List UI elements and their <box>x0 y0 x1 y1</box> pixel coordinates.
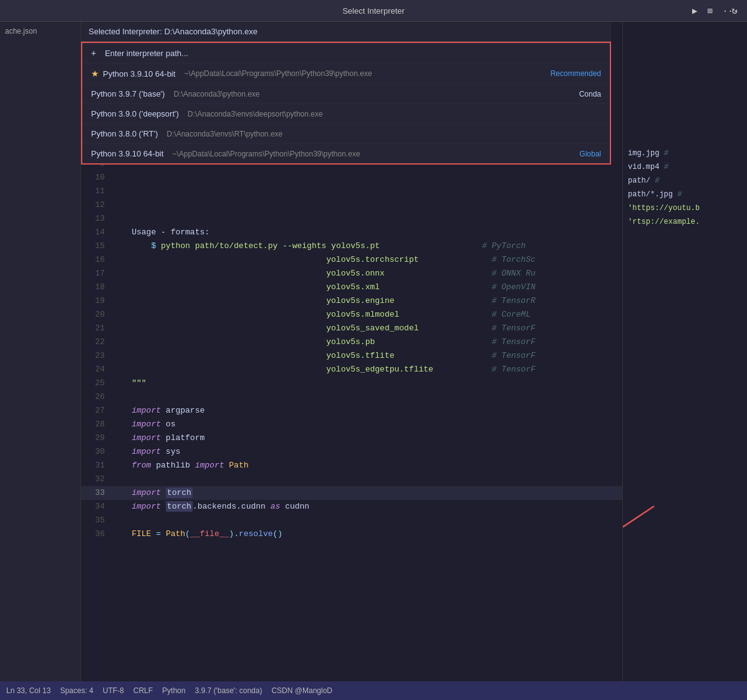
right-code-panel: img.jpg # vid.mp4 # path/ # path/*.jpg #… <box>622 22 747 681</box>
code-line-30: 30 import sys <box>81 445 622 459</box>
code-line-19: 19 yolov5s.engine # TensorR <box>81 294 622 308</box>
selected-interpreter-text: Selected Interpreter: D:\Anaconda3\pytho… <box>89 27 258 36</box>
code-line-16: 16 yolov5s.torchscript # TorchSc <box>81 253 622 267</box>
code-line-32: 32 <box>81 472 622 486</box>
right-code-5: 'rtsp://example. <box>623 215 747 229</box>
sidebar-item-cache[interactable]: ache.json <box>0 25 80 37</box>
code-line-20: 20 yolov5s.mlmodel # CoreML <box>81 308 622 322</box>
status-bar: Ln 33, Col 13 Spaces: 4 UTF-8 CRLF Pytho… <box>0 681 747 700</box>
arrow-svg <box>622 503 679 540</box>
status-line-ending[interactable]: CRLF <box>133 686 153 695</box>
right-code-0: img.jpg # <box>623 146 747 160</box>
code-line-17: 17 yolov5s.onnx # ONNX Ru <box>81 267 622 280</box>
code-line-23: 23 yolov5s.tflite # TensorF <box>81 349 622 363</box>
interp-left-0: ★ Python 3.9.10 64-bit ~\AppData\Local\P… <box>91 69 372 79</box>
code-line-34: 34 import torch.backends.cudnn as cudnn <box>81 500 622 514</box>
interp-name-0: Python 3.9.10 64-bit <box>103 69 175 79</box>
interpreter-list: + Enter interpreter path... ★ Python 3.9… <box>81 42 611 165</box>
code-line-26: 26 <box>81 390 622 404</box>
interpreter-overlay: Selected Interpreter: D:\Anaconda3\pytho… <box>81 22 611 165</box>
dialog-title: Select Interpreter <box>342 6 405 16</box>
add-interpreter-path-item[interactable]: + Enter interpreter path... <box>82 43 610 64</box>
code-line-22: 22 yolov5s.pb # TensorF <box>81 335 622 349</box>
run-button[interactable]: ▶ <box>690 3 700 19</box>
code-line-15: 15 $ python path/to/detect.py --weights … <box>81 239 622 253</box>
right-code-3: path/*.jpg # <box>623 188 747 201</box>
code-line-28: 28 import os <box>81 418 622 431</box>
status-spaces[interactable]: Spaces: 4 <box>60 686 93 695</box>
code-line-12: 12 <box>81 198 622 212</box>
code-line-29: 29 import platform <box>81 431 622 445</box>
interp-path-0: ~\AppData\Local\Programs\Python\Python39… <box>184 69 372 78</box>
interpreter-item-2[interactable]: Python 3.9.0 ('deepsort') D:\Anaconda3\e… <box>82 104 610 124</box>
code-line-14: 14 Usage - formats: <box>81 226 622 239</box>
add-path-left: + Enter interpreter path... <box>91 48 188 58</box>
right-code-2: path/ # <box>623 174 747 188</box>
arrow-annotation <box>622 503 728 544</box>
plus-icon: + <box>91 48 96 58</box>
interp-badge-1: Conda <box>579 90 601 98</box>
code-line-10: 10 <box>81 171 622 185</box>
interp-path-1: D:\Anaconda3\python.exe <box>173 90 259 98</box>
code-line-31: 31 from pathlib import Path <box>81 459 622 472</box>
code-line-13: 13 <box>81 212 622 226</box>
split-editor-button[interactable]: ⊞ <box>705 3 715 19</box>
code-line-36: 36 FILE = Path(__file__).resolve() <box>81 527 622 541</box>
more-actions-button[interactable]: ··· <box>720 4 741 19</box>
interp-name-4: Python 3.9.10 64-bit <box>91 149 163 158</box>
code-line-21: 21 yolov5s_saved_model # TensorF <box>81 322 622 335</box>
interp-path-3: D:\Anaconda3\envs\RT\python.exe <box>166 130 282 138</box>
star-icon-0: ★ <box>91 69 99 79</box>
status-language[interactable]: Python <box>162 686 185 695</box>
status-position[interactable]: Ln 33, Col 13 <box>6 686 51 695</box>
status-interpreter[interactable]: 3.9.7 ('base': conda) <box>195 686 262 695</box>
interp-name-1: Python 3.9.7 ('base') <box>91 89 165 98</box>
status-remote[interactable]: CSDN @MangloD <box>271 686 332 695</box>
code-viewport[interactable]: 8 9 10 11 12 13 <box>81 143 622 681</box>
interp-badge-0: Recommended <box>551 69 601 78</box>
interp-left-2: Python 3.9.0 ('deepsort') D:\Anaconda3\e… <box>91 109 323 118</box>
interpreter-item-1[interactable]: Python 3.9.7 ('base') D:\Anaconda3\pytho… <box>82 84 610 104</box>
status-encoding[interactable]: UTF-8 <box>103 686 124 695</box>
right-code-1: vid.mp4 # <box>623 160 747 174</box>
title-bar: Select Interpreter ↻ <box>0 0 747 22</box>
interpreter-item-4[interactable]: Python 3.9.10 64-bit ~\AppData\Local\Pro… <box>82 144 610 163</box>
add-path-label: Enter interpreter path... <box>105 49 188 58</box>
interp-path-2: D:\Anaconda3\envs\deepsort\python.exe <box>188 110 323 118</box>
interp-left-3: Python 3.8.0 ('RT') D:\Anaconda3\envs\RT… <box>91 129 282 138</box>
code-line-24: 24 yolov5s_edgetpu.tflite # TensorF <box>81 363 622 376</box>
interp-badge-4: Global <box>579 150 601 158</box>
code-line-33: 33 import torch <box>81 486 622 500</box>
code-line-27: 27 import argparse <box>81 404 622 418</box>
right-code-4: 'https://youtu.b <box>623 201 747 215</box>
code-line-35: 35 <box>81 514 622 527</box>
svg-line-1 <box>622 506 654 531</box>
interpreter-item-0[interactable]: ★ Python 3.9.10 64-bit ~\AppData\Local\P… <box>82 64 610 84</box>
interp-name-2: Python 3.9.0 ('deepsort') <box>91 109 179 118</box>
top-controls: ▶ ⊞ ··· <box>690 0 747 22</box>
code-line-18: 18 yolov5s.xml # OpenVIN <box>81 280 622 294</box>
sidebar: ache.json <box>0 22 81 681</box>
interp-left-1: Python 3.9.7 ('base') D:\Anaconda3\pytho… <box>91 89 260 98</box>
selected-interpreter-bar: Selected Interpreter: D:\Anaconda3\pytho… <box>81 22 611 42</box>
interp-path-4: ~\AppData\Local\Programs\Python\Python39… <box>172 150 360 158</box>
code-line-11: 11 <box>81 185 622 198</box>
editor-area: ache.json Selected Interpreter: D:\Anaco… <box>0 22 747 681</box>
code-editor[interactable]: Selected Interpreter: D:\Anaconda3\pytho… <box>81 22 622 681</box>
interp-name-3: Python 3.8.0 ('RT') <box>91 129 158 138</box>
code-line-25: 25 """ <box>81 376 622 390</box>
interpreter-item-3[interactable]: Python 3.8.0 ('RT') D:\Anaconda3\envs\RT… <box>82 124 610 144</box>
interp-left-4: Python 3.9.10 64-bit ~\AppData\Local\Pro… <box>91 149 360 158</box>
